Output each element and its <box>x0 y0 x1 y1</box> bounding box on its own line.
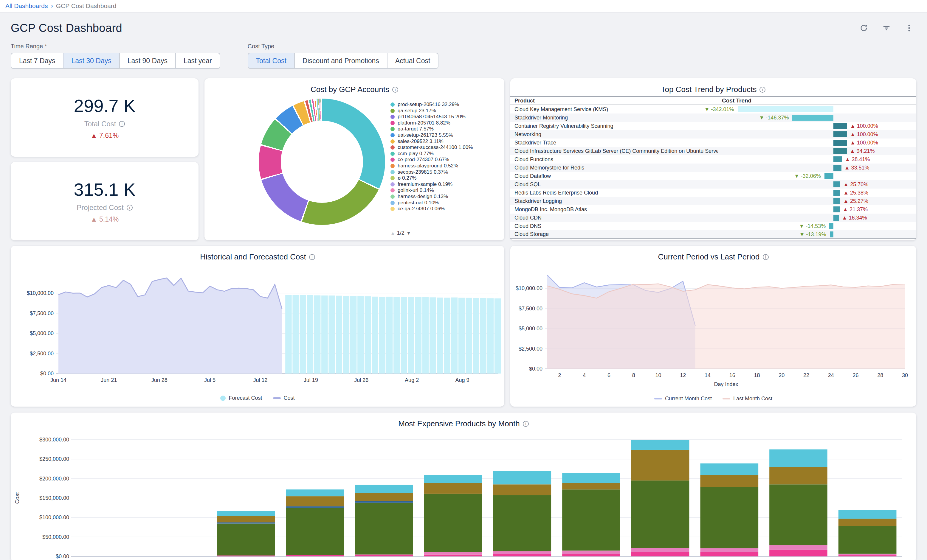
projected-cost-delta: ▲ 5.14% <box>91 216 119 223</box>
gcp-accounts-donut-chart[interactable] <box>259 99 385 225</box>
legend-item[interactable]: ø 0.27% <box>391 175 499 181</box>
current-vs-last-period-chart[interactable]: $0.00$2,500.00$5,000.00$7,500.00$10,000.… <box>510 261 916 392</box>
legend-marker <box>654 398 662 399</box>
filter-icon[interactable] <box>882 23 891 33</box>
legend-item[interactable]: platform-205701 8.82% <box>391 120 499 126</box>
svg-text:$300,000.00: $300,000.00 <box>40 437 69 443</box>
cost-type-option-actual-cost[interactable]: Actual Cost <box>387 53 439 69</box>
svg-text:Jun 28: Jun 28 <box>151 377 167 383</box>
info-icon[interactable]: i <box>392 87 398 93</box>
table-row[interactable]: Cloud Storage▼ -13.19% <box>510 230 916 238</box>
info-icon[interactable]: i <box>760 87 766 93</box>
info-icon[interactable]: i <box>763 254 769 260</box>
product-cell: Cloud Infrastructure Services GitLab Ser… <box>510 148 718 154</box>
legend-item[interactable]: sales-209522 3.11% <box>391 138 499 145</box>
info-icon[interactable]: i <box>309 254 315 260</box>
pager-down-icon[interactable]: ▼ <box>406 231 411 236</box>
legend-item[interactable]: golink-url 0.14% <box>391 187 499 194</box>
table-row[interactable]: Cloud Dataflow▼ -32.06% <box>510 172 916 180</box>
legend-item[interactable]: pentest-uat 0.10% <box>391 200 499 206</box>
cost-type-option-total-cost[interactable]: Total Cost <box>248 53 295 69</box>
legend-item[interactable]: ce-prod-274307 0.67% <box>391 157 499 163</box>
table-row[interactable]: Cloud DNS▼ -14.53% <box>510 222 916 230</box>
table-row[interactable]: Container Registry Vulnerability Scannin… <box>510 122 916 130</box>
time-range-option-last-7-days[interactable]: Last 7 Days <box>11 53 64 69</box>
legend-item[interactable]: qa-target 7.57% <box>391 126 499 132</box>
svg-text:Jul 12: Jul 12 <box>253 377 267 383</box>
info-icon[interactable]: i <box>523 421 529 427</box>
svg-text:8: 8 <box>632 372 635 378</box>
time-range-filter: Time Range * Last 7 DaysLast 30 DaysLast… <box>11 43 220 69</box>
donut-legend: prod-setup-205416 32.29%qa-setup 23.17%p… <box>391 102 499 212</box>
legend-item-forecast-cost[interactable]: Forecast Cost <box>220 395 262 401</box>
kebab-menu-icon[interactable] <box>904 23 914 33</box>
trend-bar <box>738 106 833 112</box>
total-cost-card: 299.7 K Total Costi ▲ 7.61% <box>11 78 199 157</box>
svg-text:$7,500.00: $7,500.00 <box>30 310 54 316</box>
table-row[interactable]: Stackdriver Trace▲ 100.00% <box>510 138 916 147</box>
table-row[interactable]: Stackdriver Logging▲ 25.27% <box>510 197 916 205</box>
legend-item[interactable]: ce-qa-274307 0.06% <box>391 206 499 212</box>
table-row[interactable]: Networking▲ 100.00% <box>510 130 916 138</box>
info-icon[interactable]: i <box>127 205 133 211</box>
product-cell: Redis Labs Redis Enterprise Cloud <box>510 190 718 196</box>
table-row[interactable]: Cloud Key Management Service (KMS)▼ -342… <box>510 105 916 114</box>
period-chart-legend: Current Month CostLast Month Cost <box>510 396 916 402</box>
legend-item[interactable]: customer-success-244100 1.00% <box>391 144 499 151</box>
product-cell: Stackdriver Logging <box>510 198 718 204</box>
legend-label: Current Month Cost <box>665 396 712 402</box>
table-row[interactable]: Redis Labs Redis Enterprise Cloud▲ 25.38… <box>510 188 916 197</box>
legend-label: Forecast Cost <box>229 395 262 401</box>
legend-marker <box>273 398 281 399</box>
table-row[interactable]: Cloud Memorystore for Redis▲ 33.51% <box>510 164 916 172</box>
time-range-option-last-90-days[interactable]: Last 90 Days <box>119 53 176 69</box>
cost-trend-cell: ▲ 25.38% <box>718 188 916 197</box>
breadcrumb-current: GCP Cost Dashboard <box>56 2 117 9</box>
most-expensive-products-chart[interactable]: $0.00$50,000.00$100,000.00$150,000.00$20… <box>11 428 916 560</box>
table-row[interactable]: Cloud Functions▲ 38.41% <box>510 155 916 164</box>
historical-forecast-chart[interactable]: $0.00$2,500.00$5,000.00$7,500.00$10,000.… <box>11 261 505 390</box>
legend-item-last-month-cost[interactable]: Last Month Cost <box>722 396 772 402</box>
legend-item[interactable]: ccm-play 0.77% <box>391 151 499 157</box>
svg-text:Aug 9: Aug 9 <box>455 377 469 383</box>
breadcrumb-all-dashboards-link[interactable]: All Dashboards <box>5 2 48 9</box>
trend-value: ▲ 16.34% <box>842 215 867 221</box>
refresh-icon[interactable] <box>859 23 869 33</box>
total-cost-value: 299.7 K <box>74 96 135 116</box>
time-range-option-last-30-days[interactable]: Last 30 Days <box>63 53 120 69</box>
legend-item[interactable]: freemium-sample 0.19% <box>391 181 499 188</box>
legend-item[interactable]: qa-setup 23.17% <box>391 108 499 114</box>
pager-up-icon[interactable]: ▲ <box>391 231 395 236</box>
svg-text:Jul 19: Jul 19 <box>304 377 318 383</box>
legend-dot <box>391 164 395 168</box>
trend-bar <box>833 181 840 187</box>
legend-item[interactable]: prod-setup-205416 32.29% <box>391 102 499 108</box>
table-row[interactable]: Cloud SQL▲ 25.70% <box>510 180 916 188</box>
legend-item[interactable]: harness-design 0.13% <box>391 194 499 200</box>
cost-trend-cell: ▲ 21.37% <box>718 205 916 214</box>
cost-trend-cell: ▲ 100.00% <box>718 138 916 147</box>
column-header-cost-trend[interactable]: Cost Trend <box>718 97 916 105</box>
legend-item-cost[interactable]: Cost <box>273 395 295 401</box>
legend-label: Cost <box>284 395 295 401</box>
svg-text:30: 30 <box>902 372 908 378</box>
table-row[interactable]: Stackdriver Monitoring▼ -146.37% <box>510 114 916 122</box>
column-header-product[interactable]: Product <box>510 98 718 104</box>
legend-item[interactable]: uat-setup-261723 5.55% <box>391 132 499 138</box>
legend-item-current-month-cost[interactable]: Current Month Cost <box>654 396 712 402</box>
legend-item[interactable]: pr10406a87045145c3 15.20% <box>391 114 499 120</box>
svg-text:Aug 2: Aug 2 <box>405 377 419 383</box>
table-row[interactable]: MongoDB Inc. MongoDB Atlas▲ 21.37% <box>510 205 916 214</box>
svg-text:$0.00: $0.00 <box>529 366 543 372</box>
cost-type-option-discount-and-promotions[interactable]: Discount and Promotions <box>294 53 388 69</box>
table-row[interactable]: Cloud CDN▲ 16.34% <box>510 214 916 222</box>
svg-text:20: 20 <box>778 372 784 378</box>
time-range-option-last-year[interactable]: Last year <box>175 53 220 69</box>
legend-item[interactable]: harness-playground 0.52% <box>391 163 499 169</box>
table-row[interactable]: Cloud Infrastructure Services GitLab Ser… <box>510 147 916 155</box>
svg-text:$5,000.00: $5,000.00 <box>519 326 543 332</box>
svg-text:$0.00: $0.00 <box>40 370 54 376</box>
legend-item[interactable]: secops-239815 0.37% <box>391 169 499 176</box>
svg-text:14: 14 <box>705 372 711 378</box>
info-icon[interactable]: i <box>119 121 125 127</box>
